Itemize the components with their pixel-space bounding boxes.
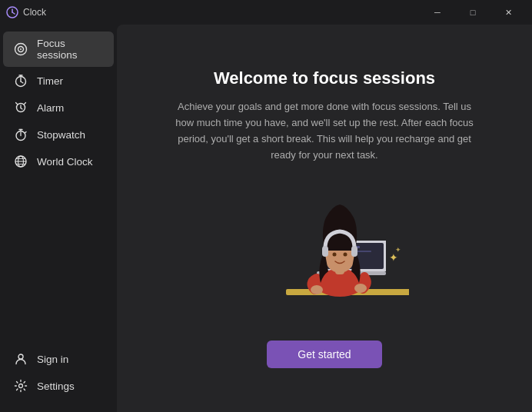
svg-rect-40 (322, 246, 328, 257)
app-body: Focus sessions Timer (0, 25, 532, 412)
sidebar-item-label: Stopwatch (37, 129, 85, 141)
maximize-button[interactable]: □ (455, 0, 490, 25)
welcome-title: Welcome to focus sessions (214, 68, 435, 88)
sidebar-nav: Focus sessions Timer (0, 31, 117, 345)
get-started-button[interactable]: Get started (267, 341, 381, 368)
titlebar-controls: ─ □ ✕ (420, 0, 526, 25)
sidebar-item-label: Alarm (37, 102, 64, 114)
signin-icon (14, 352, 28, 366)
svg-line-8 (21, 81, 23, 83)
sidebar-bottom: Sign in Settings (0, 345, 117, 406)
svg-point-23 (18, 354, 23, 359)
sidebar-item-label: Timer (37, 75, 63, 87)
svg-point-34 (311, 285, 323, 294)
alarm-icon (14, 101, 28, 115)
settings-icon (14, 379, 28, 393)
sidebar-item-stopwatch[interactable]: Stopwatch (3, 121, 114, 148)
svg-text:✦: ✦ (395, 246, 401, 254)
sidebar-item-label: Settings (37, 380, 75, 392)
titlebar-left: Clock (6, 6, 46, 18)
minimize-button[interactable]: ─ (420, 0, 455, 25)
sidebar-item-focus-sessions[interactable]: Focus sessions (3, 32, 114, 67)
titlebar: Clock ─ □ ✕ (0, 0, 532, 25)
close-button[interactable]: ✕ (490, 0, 526, 25)
sidebar-item-alarm[interactable]: Alarm (3, 95, 114, 121)
app-icon (6, 6, 18, 18)
sidebar-item-label: World Clock (37, 156, 93, 168)
illustration: ✦ ✦ (240, 179, 409, 317)
sidebar-item-settings[interactable]: Settings (3, 373, 114, 399)
sidebar-item-label: Focus sessions (37, 38, 103, 61)
main-content: Welcome to focus sessions Achieve your g… (117, 25, 532, 412)
svg-point-24 (19, 384, 23, 388)
svg-line-2 (12, 12, 15, 14)
welcome-description: Achieve your goals and get more done wit… (171, 99, 478, 163)
sidebar-item-timer[interactable]: Timer (3, 68, 114, 94)
svg-point-5 (20, 48, 22, 50)
svg-point-38 (333, 252, 337, 256)
sidebar-item-label: Sign in (37, 354, 68, 365)
sidebar-item-sign-in[interactable]: Sign in (3, 346, 114, 372)
sidebar: Focus sessions Timer (0, 25, 117, 412)
focus-icon (14, 42, 28, 56)
svg-line-17 (25, 132, 27, 134)
stopwatch-icon (14, 128, 28, 141)
svg-point-39 (344, 252, 347, 256)
worldclock-icon (14, 154, 28, 168)
sidebar-item-world-clock[interactable]: World Clock (3, 148, 114, 174)
svg-line-12 (21, 108, 22, 110)
titlebar-title: Clock (23, 7, 46, 18)
timer-icon (14, 74, 28, 88)
svg-rect-41 (351, 246, 357, 257)
svg-point-35 (354, 284, 367, 293)
